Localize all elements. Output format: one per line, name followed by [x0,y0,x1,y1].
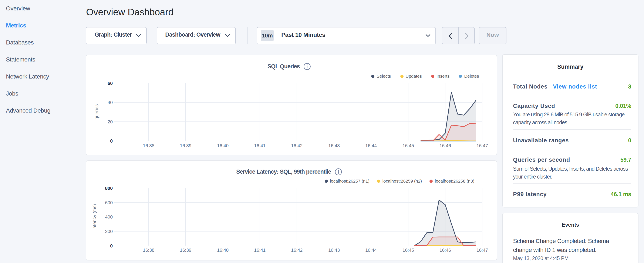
svg-text:16:39: 16:39 [180,247,191,253]
svg-text:16:45: 16:45 [402,247,414,253]
svg-text:16:43: 16:43 [328,247,340,253]
svg-text:200: 200 [105,229,113,234]
svg-text:16:41: 16:41 [254,247,266,253]
svg-text:16:44: 16:44 [365,247,377,253]
svg-text:16:44: 16:44 [365,143,377,148]
svg-text:16:46: 16:46 [440,143,451,148]
svg-text:16:38: 16:38 [143,143,154,148]
svg-text:16:45: 16:45 [402,143,414,148]
svg-text:16:40: 16:40 [217,247,228,253]
svg-text:16:43: 16:43 [328,143,340,148]
svg-text:0: 0 [110,138,113,144]
svg-text:600: 600 [105,200,113,205]
svg-text:16:47: 16:47 [476,247,488,253]
svg-text:16:39: 16:39 [180,143,191,148]
svg-text:16:38: 16:38 [143,247,154,253]
svg-text:16:47: 16:47 [476,143,488,148]
svg-text:latency (ms): latency (ms) [92,204,97,229]
svg-text:20: 20 [108,119,113,124]
svg-text:60: 60 [108,81,113,86]
svg-text:16:42: 16:42 [291,247,302,253]
svg-text:queries: queries [94,104,99,120]
svg-text:16:46: 16:46 [440,247,451,253]
svg-text:16:42: 16:42 [291,143,302,148]
svg-text:400: 400 [105,214,113,220]
svg-text:16:40: 16:40 [217,143,228,148]
svg-text:16:41: 16:41 [254,143,266,148]
svg-text:0: 0 [110,243,113,248]
svg-text:40: 40 [108,100,113,105]
svg-text:800: 800 [105,185,113,191]
